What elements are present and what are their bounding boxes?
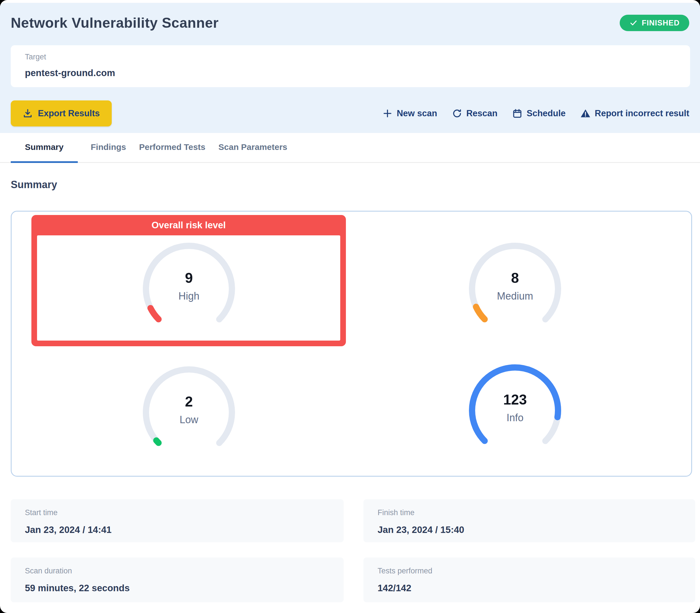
stat-value: Jan 23, 2024 / 15:40 [378,524,681,535]
target-value: pentest-ground.com [25,68,676,78]
gauge-high-label: High [179,290,199,302]
gauge-info-label: Info [506,412,524,424]
section-title: Summary [11,179,700,191]
plus-icon [382,108,393,118]
gauge-low: 2 Low [135,359,243,466]
actions-row: Export Results New scan Rescan [11,101,689,127]
calendar-icon [512,108,523,118]
new-scan-label: New scan [397,108,437,118]
check-icon [629,19,638,27]
stat-label: Tests performed [378,566,681,575]
status-badge-label: FINISHED [642,19,679,27]
gauge-high-value: 9 [185,270,193,286]
warning-icon [580,108,591,118]
tab-scan-parameters[interactable]: Scan Parameters [218,133,287,163]
gauge-high: 9 High [135,235,243,342]
export-results-label: Export Results [38,108,100,118]
summary-card: Overall risk level 9 High 8 Medium [11,211,692,477]
tab-findings[interactable]: Findings [91,133,126,163]
stats-grid: Start time Jan 23, 2024 / 14:41 Finish t… [11,499,695,602]
tab-scan-parameters-label: Scan Parameters [218,142,287,152]
gauge-medium-value: 8 [511,270,519,286]
report-incorrect-result-label: Report incorrect result [595,108,689,118]
target-card: Target pentest-ground.com [11,45,690,87]
schedule-link[interactable]: Schedule [512,108,566,118]
target-label: Target [25,53,676,61]
stat-card-finish-time: Finish time Jan 23, 2024 / 15:40 [364,499,695,542]
tab-summary-label: Summary [25,142,64,152]
page-title: Network Vulnerability Scanner [11,15,219,31]
gauge-medium-label: Medium [497,290,533,302]
stat-value: 142/142 [378,583,681,594]
stat-label: Start time [25,508,330,517]
stat-label: Scan duration [25,566,330,575]
new-scan-link[interactable]: New scan [382,108,437,118]
tab-findings-label: Findings [91,142,126,152]
gauge-low-value: 2 [185,393,193,410]
export-results-button[interactable]: Export Results [11,101,112,127]
stat-label: Finish time [378,508,681,517]
gauge-info: 123 Info [461,357,569,464]
stat-value: 59 minutes, 22 seconds [25,583,330,594]
stat-card-tests-performed: Tests performed 142/142 [364,558,695,602]
gauge-medium: 8 Medium [461,235,569,342]
action-links: New scan Rescan Schedule [382,108,689,118]
report-incorrect-result-link[interactable]: Report incorrect result [580,108,689,118]
tab-summary[interactable]: Summary [11,133,78,163]
download-icon [23,108,33,118]
header-section: Network Vulnerability Scanner FINISHED T… [0,3,700,133]
tab-performed-tests-label: Performed Tests [139,142,206,152]
rescan-link[interactable]: Rescan [452,108,498,118]
stat-card-scan-duration: Scan duration 59 minutes, 22 seconds [11,558,344,602]
tab-performed-tests[interactable]: Performed Tests [139,133,206,163]
schedule-label: Schedule [527,108,566,118]
tab-bar: Summary Findings Performed Tests Scan Pa… [0,133,700,163]
refresh-icon [452,108,462,118]
gauge-info-value: 123 [503,391,527,408]
status-badge: FINISHED [620,15,689,31]
stat-card-start-time: Start time Jan 23, 2024 / 14:41 [11,499,344,542]
scan-report-page: Network Vulnerability Scanner FINISHED T… [0,0,700,613]
rescan-label: Rescan [466,108,498,118]
gauge-low-label: Low [180,414,198,426]
stat-value: Jan 23, 2024 / 14:41 [25,524,330,535]
